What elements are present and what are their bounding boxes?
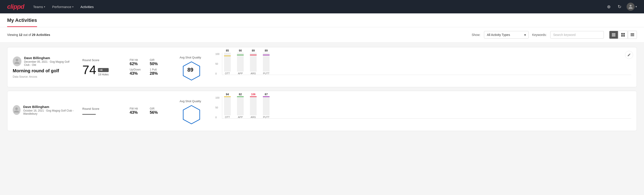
account-menu-button[interactable]: ▾ — [626, 3, 637, 11]
avg-quality-section: Avg Shot Quality — [172, 100, 208, 122]
bar-container-app — [237, 53, 244, 72]
user-info: Dave Billingham October 16, 2021 · Gog M… — [23, 105, 75, 115]
bar-group-putt: 89 PUTT — [263, 49, 270, 75]
bar-label-putt: PUTT — [263, 72, 270, 75]
stat-value: 56% — [150, 110, 165, 115]
user-name: Dave Billingham — [23, 105, 75, 109]
activity-type-select-wrapper: All Activity Types Rounds Practice — [484, 31, 529, 38]
viewing-suffix: Activities — [36, 33, 50, 36]
filter-bar: Viewing 12 out of 29 Activities Show: Al… — [0, 27, 644, 42]
stat-fw-hit: FW Hit 43% — [130, 107, 145, 115]
bar-value-arg: 89 — [252, 49, 254, 52]
bar-value-putt-2: 87 — [265, 93, 268, 96]
bar-chart-2: 100 50 0 94 OTT 82 — [215, 96, 631, 126]
bar-group-arg-2: 106 ARG — [250, 93, 256, 118]
bars-container: 85 OTT 90 — [222, 53, 631, 75]
stat-label: Up/Down — [130, 68, 145, 71]
bar-group-ott: 85 OTT — [224, 49, 231, 75]
bar-container-putt — [263, 53, 270, 72]
svg-rect-2 — [612, 35, 616, 36]
bar-value-arg-2: 106 — [251, 93, 256, 96]
bar-top-line-ott — [224, 56, 231, 56]
bar-label-ott: OTT — [225, 72, 230, 75]
main-content: Dave Billingham December 05, 2021 · Gog … — [0, 42, 644, 136]
bar-top-line-app — [237, 55, 244, 55]
round-score-label: Round Score — [82, 58, 122, 62]
bar-group-putt-2: 87 PUTT — [263, 93, 270, 118]
bar-top-line-putt — [263, 55, 270, 55]
bar-value-app: 90 — [239, 49, 242, 52]
holes-label: 18 Holes — [98, 73, 108, 76]
chart-y-axis: 100 50 0 — [215, 53, 219, 75]
avatar — [13, 56, 22, 66]
avatar — [626, 3, 635, 11]
list-dense-view-button[interactable] — [609, 31, 618, 39]
bar-container-ott-2 — [224, 96, 231, 115]
logo: clippd — [7, 3, 24, 10]
chart-section: 100 50 0 85 OTT — [215, 53, 631, 82]
svg-rect-3 — [612, 36, 616, 36]
nav-item-performance[interactable]: Performance ▾ — [52, 5, 74, 9]
y-label-100: 100 — [215, 53, 219, 55]
grid-view-button[interactable] — [618, 31, 628, 39]
stat-fw-hit: FW Hit 62% — [130, 58, 145, 66]
round-score-section: Round Score — [82, 107, 122, 115]
stat-value: 50% — [150, 62, 165, 66]
stats-section: FW Hit 62% GIR 50% Up/Down 43% 1 Putt 28… — [130, 58, 165, 76]
svg-rect-9 — [630, 34, 634, 35]
avg-quality-label: Avg Shot Quality — [180, 100, 201, 103]
stat-value: 62% — [130, 62, 145, 66]
keywords-label: Keywords: — [532, 33, 547, 36]
hex-score: 89 — [188, 67, 194, 73]
bar-group-ott-2: 94 OTT — [224, 93, 231, 118]
y-label-100: 100 — [215, 96, 219, 99]
nav-item-teams[interactable]: Teams ▾ — [33, 5, 45, 9]
activity-type-select[interactable]: All Activity Types Rounds Practice — [484, 31, 529, 38]
bar-container-arg — [250, 53, 256, 72]
svg-rect-8 — [630, 33, 634, 34]
bar-label-ott-2: OTT — [225, 116, 230, 118]
chevron-down-icon: ▾ — [44, 6, 45, 8]
svg-marker-12 — [183, 106, 200, 124]
y-label-50: 50 — [215, 106, 219, 109]
header: clippd Teams ▾ Performance ▾ Activities … — [0, 0, 644, 14]
search-input[interactable] — [550, 31, 604, 38]
svg-rect-4 — [621, 33, 623, 34]
bar-group-arg: 89 ARG — [250, 49, 256, 75]
bar-value-app-2: 82 — [239, 93, 242, 96]
view-toggle — [609, 31, 637, 39]
svg-rect-1 — [612, 34, 616, 34]
score-dash — [82, 114, 96, 115]
bar-group-app-2: 82 APP — [237, 93, 244, 118]
svg-rect-0 — [612, 33, 616, 34]
refresh-icon[interactable]: ↻ — [616, 3, 623, 10]
avg-quality-section: Avg Shot Quality 89 — [172, 56, 208, 79]
viewing-count: 12 — [19, 33, 22, 36]
nav-item-activities[interactable]: Activities — [80, 5, 94, 9]
stat-gir: GIR 50% — [150, 58, 165, 66]
bar-value-ott: 85 — [226, 49, 229, 52]
header-right: ⊕ ↻ ▾ — [605, 3, 637, 11]
avg-quality-label: Avg Shot Quality — [180, 56, 201, 59]
list-view-button[interactable] — [628, 31, 637, 39]
bar-fill-app — [237, 55, 244, 72]
bar-label-putt-2: PUTT — [263, 116, 270, 118]
add-circle-icon[interactable]: ⊕ — [605, 3, 612, 10]
bar-top-line-arg-2 — [250, 96, 256, 97]
hexagon-quality — [182, 105, 199, 122]
stat-label: GIR — [150, 58, 165, 62]
stats-section: FW Hit 43% GIR 56% — [130, 107, 165, 115]
avatar — [13, 105, 20, 115]
svg-rect-7 — [623, 35, 625, 36]
stat-updown: Up/Down 43% — [130, 68, 145, 76]
page-title: My Activities — [7, 14, 37, 27]
bar-label-app: APP — [238, 72, 243, 75]
show-label: Show: — [472, 33, 480, 36]
bar-value-ott-2: 94 — [226, 93, 229, 96]
user-info: Dave Billingham December 05, 2021 · Gog … — [24, 56, 75, 66]
viewing-total: 29 — [32, 33, 36, 36]
score-row: 74 +4 18 Holes — [82, 64, 122, 76]
bar-container-putt-2 — [263, 96, 270, 115]
page-title-bar: My Activities — [0, 14, 644, 27]
bar-container-arg-2 — [250, 96, 256, 115]
